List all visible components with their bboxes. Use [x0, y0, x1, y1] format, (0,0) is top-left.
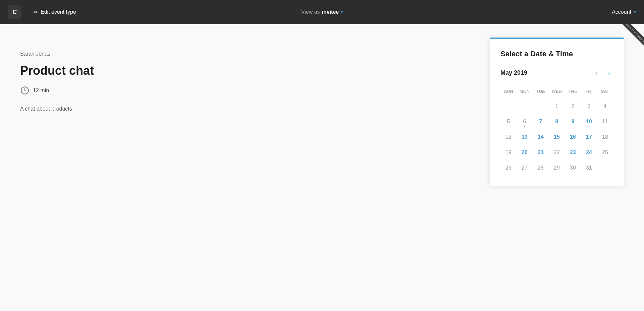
next-month-button[interactable]: ›	[605, 68, 613, 78]
calendar-day: 3	[581, 99, 597, 113]
calendar-card: Select a Date & Time May 2019 ‹ › SUN MO…	[490, 38, 624, 186]
calendar-day: 26	[500, 161, 517, 175]
calendar-day: 19	[500, 145, 517, 160]
calendar-day[interactable]: 23	[565, 145, 581, 160]
event-info-panel: Sarah Jonas Product chat 12 min A chat a…	[0, 24, 470, 311]
calendar-week-4: 19202122232425	[500, 145, 613, 160]
calendar-day	[517, 99, 533, 113]
calendar-nav: May 2019 ‹ ›	[500, 68, 613, 78]
calendar-day[interactable]: 10	[581, 115, 597, 129]
calendar-day	[597, 161, 613, 175]
calendar-day[interactable]: 17	[581, 130, 597, 144]
calendar-day: 5	[500, 115, 517, 129]
calendar-week-3: 12131415161718	[500, 130, 613, 144]
edit-event-type-button[interactable]: ✏ Edit event type	[30, 6, 80, 18]
calendar-day: 22	[549, 145, 565, 160]
day-header-fri: FRI	[581, 86, 597, 97]
calendar-day: 6	[517, 115, 533, 129]
calendar-grid: SUN MON TUE WED THU FRI SAT 123456789101…	[500, 86, 613, 175]
calendar-day: 2	[565, 99, 581, 113]
account-menu[interactable]: Account ▾	[612, 9, 636, 15]
calendar-day	[500, 99, 517, 113]
day-header-sun: SUN	[500, 86, 517, 97]
prev-month-button[interactable]: ‹	[593, 68, 600, 78]
header: C ✏ Edit event type View as invitee ▾ Ac…	[0, 0, 644, 24]
day-header-sat: SAT	[597, 86, 613, 97]
calendar-week-5: 262728293031	[500, 161, 613, 175]
calendar-panel: Select a Date & Time May 2019 ‹ › SUN MO…	[470, 24, 644, 311]
calendar-day[interactable]: 24	[581, 145, 597, 160]
view-as-prefix: View as	[301, 9, 320, 15]
duration-text: 12 min	[33, 87, 49, 94]
powered-by-badge: Powered by Calendly	[610, 24, 644, 58]
calendar-day: 29	[549, 161, 565, 175]
header-left: C ✏ Edit event type	[8, 5, 80, 19]
day-header-tue: TUE	[533, 86, 549, 97]
calendly-logo: C	[8, 5, 21, 19]
pencil-icon: ✏	[34, 9, 38, 15]
chevron-down-icon: ▾	[341, 10, 343, 14]
account-label: Account	[612, 9, 631, 15]
calendar-day[interactable]: 13	[517, 130, 533, 144]
calendar-day: 25	[597, 145, 613, 160]
calendar-day: 28	[533, 161, 549, 175]
calendar-day: 11	[597, 115, 613, 129]
calendar-heading: Select a Date & Time	[500, 50, 613, 58]
calendar-day[interactable]: 20	[517, 145, 533, 160]
month-year-label: May 2019	[500, 69, 527, 76]
calendar-day: 4	[597, 99, 613, 113]
view-as-control[interactable]: View as invitee ▾	[301, 9, 343, 15]
calendar-day: 18	[597, 130, 613, 144]
day-header-wed: WED	[549, 86, 565, 97]
event-title: Product chat	[20, 64, 449, 78]
calendar-day[interactable]: 8	[549, 115, 565, 129]
day-headers: SUN MON TUE WED THU FRI SAT	[500, 86, 613, 97]
edit-event-type-label: Edit event type	[41, 9, 76, 15]
calendar-day[interactable]: 7	[533, 115, 549, 129]
day-header-thu: THU	[565, 86, 581, 97]
calendar-day: 30	[565, 161, 581, 175]
view-as-value: invitee	[322, 9, 339, 15]
event-dot	[524, 126, 525, 127]
calendar-day: 1	[549, 99, 565, 113]
event-description: A chat about products	[20, 106, 449, 112]
account-chevron-icon: ▾	[634, 10, 636, 14]
calendar-day[interactable]: 9	[565, 115, 581, 129]
day-header-mon: MON	[517, 86, 533, 97]
nav-buttons: ‹ ›	[593, 68, 613, 78]
host-name: Sarah Jonas	[20, 51, 449, 57]
calendar-day[interactable]: 16	[565, 130, 581, 144]
calendar-day: 27	[517, 161, 533, 175]
calendar-week-1: 1234	[500, 99, 613, 113]
calendar-week-2: 567891011	[500, 115, 613, 129]
calendar-day: 31	[581, 161, 597, 175]
calendar-day[interactable]: 21	[533, 145, 549, 160]
calendar-day: 12	[500, 130, 517, 144]
calendar-day[interactable]: 14	[533, 130, 549, 144]
powered-by-text: Powered by Calendly	[619, 24, 644, 47]
main-content: Sarah Jonas Product chat 12 min A chat a…	[0, 24, 644, 311]
clock-icon	[20, 86, 30, 95]
calendar-weeks: 1234567891011121314151617181920212223242…	[500, 99, 613, 175]
calendar-day[interactable]: 15	[549, 130, 565, 144]
duration-row: 12 min	[20, 86, 449, 95]
calendar-day	[533, 99, 549, 113]
